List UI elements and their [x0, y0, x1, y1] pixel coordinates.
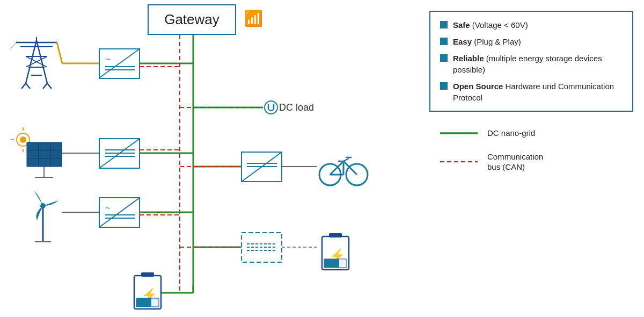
svg-point-75 [265, 101, 277, 114]
line-legend-red-dashed: Communicationbus (CAN) [440, 152, 633, 172]
legend-text-safe: Safe (Voltage < 60V) [453, 19, 528, 31]
legend-square-safe [440, 21, 448, 28]
gateway-box: Gateway [148, 4, 236, 35]
main-container: Gateway 📶 ~ [0, 0, 644, 317]
features-legend-box: Safe (Voltage < 60V) Easy (Plug & Play) … [429, 11, 633, 112]
legend-text-easy: Easy (Plug & Play) [453, 36, 521, 47]
svg-text:~: ~ [105, 204, 110, 213]
svg-line-55 [21, 83, 26, 89]
svg-line-88 [343, 161, 357, 175]
legend-area: Safe (Voltage < 60V) Easy (Plug & Play) … [419, 0, 644, 317]
svg-rect-95 [329, 233, 342, 237]
green-line-sample [440, 131, 478, 136]
legend-item-reliable: Reliable (multiple energy storage device… [440, 53, 623, 75]
svg-text:~: ~ [105, 55, 110, 64]
svg-rect-65 [27, 142, 62, 167]
red-dashed-line-label: Communicationbus (CAN) [487, 152, 543, 172]
svg-line-87 [330, 161, 343, 175]
legend-square-opensource [440, 82, 448, 90]
svg-point-61 [20, 136, 26, 143]
legend-item-safe: Safe (Voltage < 60V) [440, 19, 623, 31]
legend-text-opensource: Open Source Hardware und Communication P… [453, 81, 623, 103]
red-dashed-line-sample [440, 159, 478, 164]
svg-line-58 [47, 83, 52, 89]
legend-square-reliable [440, 54, 448, 62]
line-legends: DC nano-grid Communicationbus (CAN) [429, 128, 633, 172]
legend-text-reliable: Reliable (multiple energy storage device… [453, 53, 623, 75]
legend-item-opensource: Open Source Hardware und Communication P… [440, 81, 623, 103]
diagram-area: Gateway 📶 ~ [0, 0, 419, 317]
svg-text:DC load: DC load [279, 102, 314, 113]
legend-square-easy [440, 38, 448, 45]
wifi-icon: 📶 [244, 10, 263, 27]
gateway-label: Gateway [164, 11, 219, 28]
line-legend-green: DC nano-grid [440, 128, 633, 139]
svg-line-91 [343, 158, 349, 161]
svg-line-56 [26, 83, 30, 89]
svg-line-57 [43, 83, 47, 89]
svg-rect-84 [136, 298, 151, 307]
svg-line-53 [11, 42, 16, 48]
legend-item-easy: Easy (Plug & Play) [440, 36, 623, 47]
green-line-label: DC nano-grid [487, 128, 535, 139]
svg-rect-81 [141, 272, 154, 277]
svg-rect-98 [324, 259, 339, 268]
wiring-diagram: ~ [0, 0, 419, 317]
svg-line-59 [57, 42, 62, 63]
